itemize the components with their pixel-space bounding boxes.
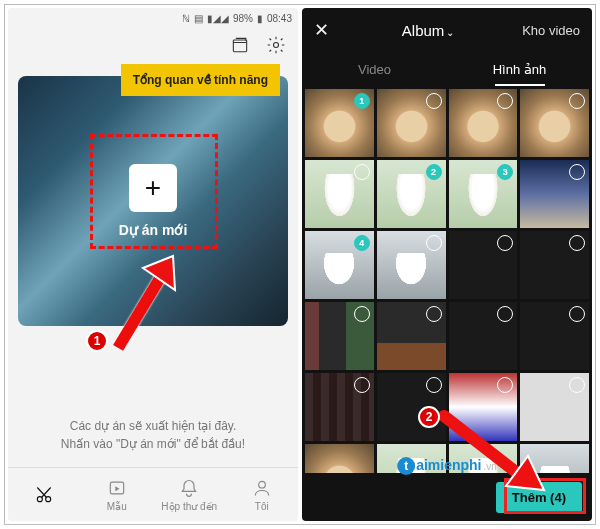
right-phone-screenshot: ✕ Album⌄ Kho video Video Hình ảnh 1 2 3 … — [302, 8, 592, 521]
media-thumb[interactable] — [377, 231, 446, 299]
media-thumb[interactable]: 1 — [305, 89, 374, 157]
stock-video-link[interactable]: Kho video — [522, 23, 580, 38]
media-thumb[interactable] — [305, 373, 374, 441]
selection-badge: 2 — [426, 164, 442, 180]
selection-circle — [354, 377, 370, 393]
media-thumb[interactable] — [449, 302, 518, 370]
media-thumb[interactable] — [520, 160, 589, 228]
selection-circle — [426, 93, 442, 109]
selection-circle — [426, 306, 442, 322]
svg-point-5 — [258, 481, 265, 488]
media-thumb[interactable] — [377, 302, 446, 370]
plus-icon: + — [129, 164, 177, 212]
wifi-icon: ▤ — [194, 13, 203, 24]
hint-line2: Nhấn vào "Dự án mới" để bắt đầu! — [28, 435, 278, 453]
selection-circle — [497, 235, 513, 251]
top-icon-row — [8, 28, 298, 66]
selection-badge: 1 — [354, 93, 370, 109]
media-thumb[interactable] — [305, 160, 374, 228]
svg-point-1 — [274, 43, 279, 48]
tab-images[interactable]: Hình ảnh — [447, 52, 592, 86]
feature-overview-tooltip[interactable]: Tổng quan về tính năng — [121, 64, 280, 96]
bottom-tab-bar: Mẫu Hộp thư đến Tôi — [8, 467, 298, 521]
tab-me[interactable]: Tôi — [226, 468, 299, 521]
step-badge-2: 2 — [418, 406, 440, 428]
media-thumb[interactable] — [520, 302, 589, 370]
signal-icon: ▮◢◢ — [207, 13, 229, 24]
tab-inbox[interactable]: Hộp thư đến — [153, 468, 226, 521]
tab-templates-label: Mẫu — [107, 501, 127, 512]
tab-video[interactable]: Video — [302, 52, 447, 86]
media-thumb[interactable] — [520, 89, 589, 157]
hint-text: Các dự án sẽ xuất hiện tại đây. Nhấn vào… — [8, 417, 298, 467]
selection-circle — [569, 93, 585, 109]
hint-line1: Các dự án sẽ xuất hiện tại đây. — [28, 417, 278, 435]
media-thumb[interactable]: 4 — [305, 231, 374, 299]
selection-circle — [497, 377, 513, 393]
selection-circle — [354, 164, 370, 180]
arrow-to-new-project — [103, 238, 193, 358]
left-phone-screenshot: ℕ ▤ ▮◢◢ 98% ▮ 08:43 Tổng quan về tính nă… — [8, 8, 298, 521]
status-bar: ℕ ▤ ▮◢◢ 98% ▮ 08:43 — [8, 8, 298, 28]
tab-cut[interactable] — [8, 468, 81, 521]
selection-badge: 3 — [497, 164, 513, 180]
media-thumb[interactable]: ✕ — [305, 444, 374, 473]
step-badge-1: 1 — [86, 330, 108, 352]
new-project-button[interactable]: + Dự án mới — [119, 164, 188, 238]
selection-circle — [354, 306, 370, 322]
album-label: Album — [402, 22, 445, 39]
battery-text: 98% — [233, 13, 253, 24]
selection-circle — [497, 306, 513, 322]
album-dropdown[interactable]: Album⌄ — [342, 22, 514, 39]
selection-circle — [569, 306, 585, 322]
picker-header: ✕ Album⌄ Kho video — [302, 8, 592, 52]
selection-circle — [569, 235, 585, 251]
media-thumb[interactable] — [520, 231, 589, 299]
selection-badge: 4 — [354, 235, 370, 251]
selection-circle — [497, 93, 513, 109]
chevron-down-icon: ⌄ — [446, 27, 454, 38]
media-thumb[interactable] — [449, 89, 518, 157]
selection-circle — [569, 164, 585, 180]
watermark-logo-icon: t — [397, 457, 415, 475]
arrow-to-add-button — [436, 404, 556, 504]
media-thumb[interactable] — [377, 89, 446, 157]
close-icon[interactable]: ✕ — [314, 19, 334, 41]
selection-circle — [426, 377, 442, 393]
media-thumb[interactable] — [449, 231, 518, 299]
selection-circle — [569, 377, 585, 393]
nfc-icon: ℕ — [182, 13, 190, 24]
media-thumb[interactable] — [305, 302, 374, 370]
tab-templates[interactable]: Mẫu — [81, 468, 154, 521]
media-thumb[interactable]: 3 — [449, 160, 518, 228]
selection-circle — [426, 235, 442, 251]
media-thumb[interactable]: 2 — [377, 160, 446, 228]
clock-text: 08:43 — [267, 13, 292, 24]
tab-inbox-label: Hộp thư đến — [161, 501, 217, 512]
battery-icon: ▮ — [257, 13, 263, 24]
new-project-label: Dự án mới — [119, 222, 188, 238]
media-type-tabs: Video Hình ảnh — [302, 52, 592, 86]
svg-rect-0 — [233, 40, 246, 52]
archive-icon[interactable] — [230, 35, 250, 59]
settings-icon[interactable] — [266, 35, 286, 59]
tab-me-label: Tôi — [255, 501, 269, 512]
